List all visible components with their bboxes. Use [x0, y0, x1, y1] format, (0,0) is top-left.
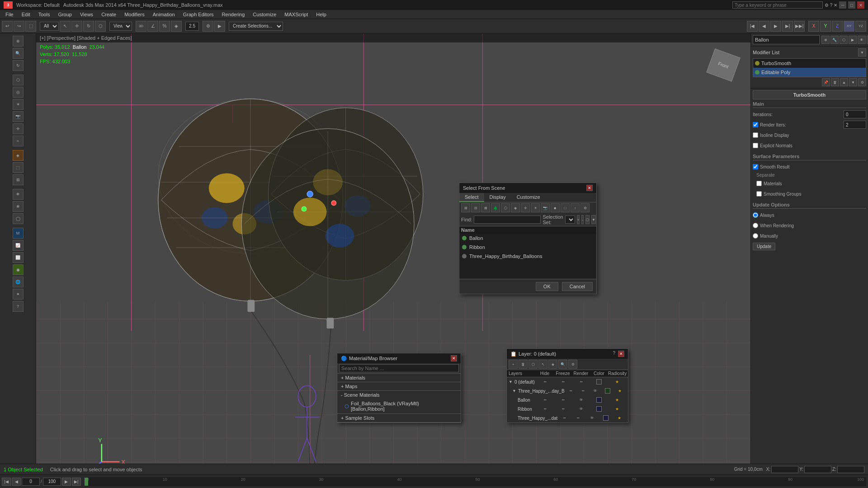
next-key-button[interactable]: ▶ — [62, 478, 71, 486]
prev-frame-button[interactable]: ◀ — [759, 21, 769, 32]
modifier-editable-poly[interactable]: Editable Poly — [753, 68, 866, 77]
options-button[interactable]: ⚙ — [580, 203, 590, 212]
selection-set-select[interactable] — [565, 216, 575, 224]
y-axis-button[interactable]: Y — [820, 21, 831, 32]
zoom-button[interactable]: 🔍 — [13, 48, 24, 59]
layer-item-default[interactable]: ▼ 0 (default) ━ ━ ━ ★ — [507, 377, 628, 386]
filter-select[interactable]: All — [40, 22, 59, 31]
create-shape-button[interactable]: ◎ — [13, 87, 24, 98]
select-object-button[interactable]: ⬚ — [25, 21, 36, 32]
hide-button[interactable]: 👁 — [13, 189, 24, 200]
rotate-button[interactable]: ↻ — [83, 21, 94, 32]
xy-axis-button[interactable]: XY — [844, 21, 854, 32]
viewport[interactable]: [+] [Perspective] [Shaded + Edged Faces]… — [36, 33, 750, 464]
layer-hide-3hb[interactable]: ━ — [565, 389, 577, 393]
sample-slots-section-header[interactable]: + Sample Slots — [337, 414, 461, 422]
menu-group[interactable]: Group — [54, 11, 75, 18]
materials-section-header[interactable]: + Materials — [337, 374, 461, 382]
layer-freeze-ballon[interactable]: ━ — [554, 398, 572, 402]
layer-freeze-default[interactable]: ━ — [554, 380, 572, 384]
go-to-end-button[interactable]: ▶| — [72, 478, 81, 486]
add-layer-button[interactable]: + — [509, 360, 518, 369]
mat-item-foil-balloons[interactable]: ⬡ Foil_Balloons_Black (VRayMtl) [Ballon,… — [337, 400, 461, 413]
window-controls[interactable]: ─ □ ✕ — [839, 1, 864, 9]
yz-axis-button[interactable]: YZ — [855, 21, 866, 32]
maximize-button[interactable]: □ — [848, 1, 855, 9]
curve-editor-button[interactable]: 📈 — [13, 240, 24, 251]
environment-button[interactable]: 🌐 — [13, 277, 24, 287]
z-axis-button[interactable]: Z — [832, 21, 843, 32]
select-dialog-close-button[interactable]: ✕ — [586, 185, 593, 191]
select-dialog-title-bar[interactable]: Select From Scene ✕ — [459, 183, 596, 193]
timeline-slider[interactable] — [85, 478, 88, 486]
layer-manager-title-bar[interactable]: 📋 Layer: 0 (default) ? ✕ — [507, 349, 628, 359]
x-axis-button[interactable]: X — [808, 21, 819, 32]
select-region-button[interactable]: ⬚ — [13, 162, 24, 173]
layer-radiosity-ballon[interactable]: ★ — [608, 398, 626, 402]
when-rendering-radio[interactable] — [753, 223, 758, 228]
iterations-input[interactable] — [844, 110, 866, 118]
smooth-result-checkbox[interactable] — [753, 164, 758, 169]
layer-manager-close-button[interactable]: ✕ — [618, 351, 624, 357]
layer-manager[interactable]: 📋 Layer: 0 (default) ? ✕ + 🗑 ⬡ ↖ ◈ 🔍 ⚙ L… — [506, 348, 628, 423]
current-frame-input[interactable] — [22, 478, 40, 486]
smoothing-groups-checkbox[interactable] — [756, 191, 762, 197]
find-input[interactable] — [474, 216, 541, 224]
freeze-button[interactable]: ❄ — [13, 201, 24, 212]
move-modifier-down-button[interactable]: ▼ — [849, 78, 857, 86]
display-shapes-button[interactable]: ⬡ — [501, 203, 510, 212]
layer-hide-ribbon[interactable]: ━ — [536, 407, 554, 411]
material-editor-button[interactable]: M — [13, 228, 24, 239]
create-geometry-button[interactable]: ⬡ — [13, 75, 24, 85]
motion-panel-button[interactable]: ▶ — [849, 36, 857, 44]
color-button[interactable]: ◉ — [13, 264, 24, 275]
display-cameras-button[interactable]: 📷 — [541, 203, 550, 212]
select-by-name-button[interactable]: ◈ — [13, 150, 24, 161]
z-value-input[interactable] — [837, 466, 864, 473]
view-select[interactable]: View — [109, 22, 132, 31]
modifier-turbosmooth[interactable]: TurboSmooth — [753, 59, 866, 68]
timeline-track[interactable]: 0 10 20 30 40 50 60 70 80 90 100 — [85, 477, 866, 486]
create-light-button[interactable]: ☀ — [13, 99, 24, 110]
render-iters-input[interactable] — [844, 121, 866, 129]
explicit-normals-checkbox[interactable] — [753, 143, 758, 148]
add-selection-button[interactable]: + — [577, 215, 580, 224]
layer-color-thd[interactable] — [599, 415, 612, 421]
play-button[interactable]: ▶ — [770, 21, 781, 32]
menu-graph-editors[interactable]: Graph Editors — [179, 11, 217, 18]
snap-value-input[interactable] — [185, 22, 199, 31]
create-spacewarp-button[interactable]: ≈ — [13, 136, 24, 146]
menu-edit[interactable]: Edit — [18, 11, 34, 18]
scene-materials-section-header[interactable]: - Scene Materials — [337, 391, 461, 399]
material-search-input[interactable] — [339, 364, 459, 372]
materials-checkbox[interactable] — [756, 181, 762, 186]
layer-manager-help-button[interactable]: ? — [611, 351, 617, 357]
select-item-ribbon[interactable]: Ribbon — [459, 243, 596, 252]
object-name-input[interactable] — [753, 35, 820, 44]
layer-radiosity-thd[interactable]: ★ — [613, 416, 626, 420]
angle-snap-button[interactable]: ∠ — [147, 21, 158, 32]
menu-views[interactable]: Views — [76, 11, 97, 18]
menu-tools[interactable]: Tools — [35, 11, 54, 18]
named-selection-select[interactable]: Create Selections... — [229, 22, 283, 31]
create-panel-button[interactable]: ⊕ — [821, 36, 830, 44]
display-geometry-button[interactable]: ◈ — [511, 203, 520, 212]
select-none-button[interactable]: ⊟ — [471, 203, 480, 212]
menu-create[interactable]: Create — [98, 11, 120, 18]
menu-help[interactable]: Help — [312, 11, 330, 18]
undo-button[interactable]: ↩ — [2, 21, 13, 32]
delete-layer-button[interactable]: 🗑 — [519, 360, 528, 369]
layer-render-ribbon[interactable]: 👁 — [572, 407, 590, 411]
modifier-config-button[interactable]: ⚙ — [858, 78, 866, 86]
select-item-list[interactable]: Ballon Ribbon Three_Happy_Birthday_Ballo… — [459, 234, 596, 279]
y-value-input[interactable] — [804, 466, 831, 473]
modifier-list-dropdown[interactable]: ▼ — [858, 48, 866, 56]
select-tab-display[interactable]: Display — [484, 193, 511, 202]
minus-selection-button[interactable]: - — [581, 215, 584, 224]
spinner-snap-button[interactable]: ◈ — [171, 21, 182, 32]
layer-freeze-ribbon[interactable]: ━ — [554, 407, 572, 411]
render-button[interactable]: ▶ — [214, 21, 225, 32]
menu-animation[interactable]: Animation — [149, 11, 179, 18]
create-helper-button[interactable]: ✛ — [13, 123, 24, 134]
layer-item-three-happy-dat[interactable]: Three_Happy_...dat ━ ━ 👁 ★ — [507, 413, 628, 422]
